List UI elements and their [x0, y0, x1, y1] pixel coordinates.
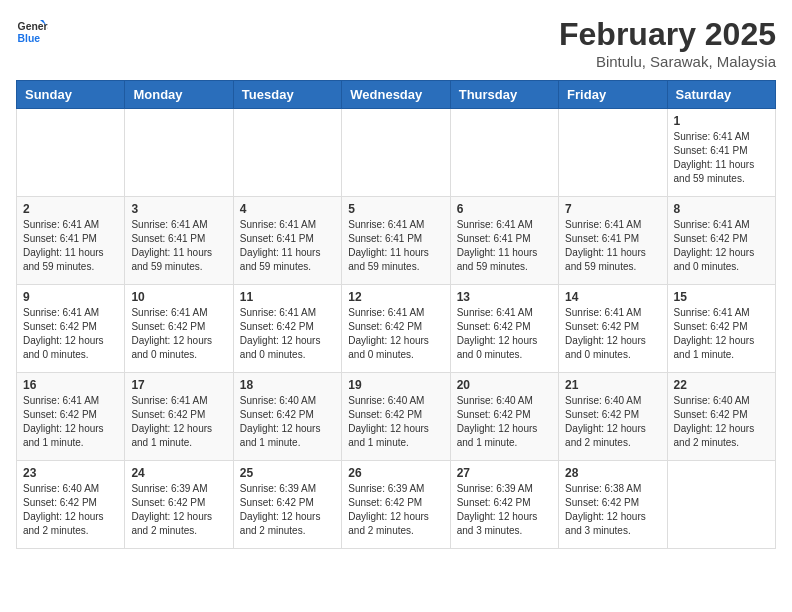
day-number: 13 — [457, 290, 552, 304]
day-cell-3-3: 19Sunrise: 6:40 AM Sunset: 6:42 PM Dayli… — [342, 373, 450, 461]
day-cell-3-4: 20Sunrise: 6:40 AM Sunset: 6:42 PM Dayli… — [450, 373, 558, 461]
day-info: Sunrise: 6:41 AM Sunset: 6:41 PM Dayligh… — [348, 218, 443, 274]
day-cell-1-4: 6Sunrise: 6:41 AM Sunset: 6:41 PM Daylig… — [450, 197, 558, 285]
day-info: Sunrise: 6:41 AM Sunset: 6:42 PM Dayligh… — [23, 394, 118, 450]
day-info: Sunrise: 6:39 AM Sunset: 6:42 PM Dayligh… — [131, 482, 226, 538]
day-info: Sunrise: 6:41 AM Sunset: 6:42 PM Dayligh… — [674, 306, 769, 362]
day-cell-1-6: 8Sunrise: 6:41 AM Sunset: 6:42 PM Daylig… — [667, 197, 775, 285]
day-cell-0-1 — [125, 109, 233, 197]
day-info: Sunrise: 6:41 AM Sunset: 6:42 PM Dayligh… — [240, 306, 335, 362]
svg-text:Blue: Blue — [18, 33, 41, 44]
day-info: Sunrise: 6:41 AM Sunset: 6:42 PM Dayligh… — [457, 306, 552, 362]
day-cell-4-1: 24Sunrise: 6:39 AM Sunset: 6:42 PM Dayli… — [125, 461, 233, 549]
day-number: 8 — [674, 202, 769, 216]
week-row-4: 23Sunrise: 6:40 AM Sunset: 6:42 PM Dayli… — [17, 461, 776, 549]
calendar-subtitle: Bintulu, Sarawak, Malaysia — [559, 53, 776, 70]
day-cell-1-0: 2Sunrise: 6:41 AM Sunset: 6:41 PM Daylig… — [17, 197, 125, 285]
day-info: Sunrise: 6:38 AM Sunset: 6:42 PM Dayligh… — [565, 482, 660, 538]
week-row-2: 9Sunrise: 6:41 AM Sunset: 6:42 PM Daylig… — [17, 285, 776, 373]
logo: General Blue — [16, 16, 48, 48]
day-number: 17 — [131, 378, 226, 392]
day-cell-3-1: 17Sunrise: 6:41 AM Sunset: 6:42 PM Dayli… — [125, 373, 233, 461]
day-number: 20 — [457, 378, 552, 392]
col-saturday: Saturday — [667, 81, 775, 109]
col-sunday: Sunday — [17, 81, 125, 109]
calendar-table: Sunday Monday Tuesday Wednesday Thursday… — [16, 80, 776, 549]
day-number: 10 — [131, 290, 226, 304]
day-number: 23 — [23, 466, 118, 480]
day-cell-2-0: 9Sunrise: 6:41 AM Sunset: 6:42 PM Daylig… — [17, 285, 125, 373]
day-cell-1-2: 4Sunrise: 6:41 AM Sunset: 6:41 PM Daylig… — [233, 197, 341, 285]
day-cell-2-6: 15Sunrise: 6:41 AM Sunset: 6:42 PM Dayli… — [667, 285, 775, 373]
calendar-header-row: Sunday Monday Tuesday Wednesday Thursday… — [17, 81, 776, 109]
day-cell-0-3 — [342, 109, 450, 197]
day-cell-4-4: 27Sunrise: 6:39 AM Sunset: 6:42 PM Dayli… — [450, 461, 558, 549]
day-info: Sunrise: 6:41 AM Sunset: 6:41 PM Dayligh… — [457, 218, 552, 274]
day-number: 12 — [348, 290, 443, 304]
day-cell-4-0: 23Sunrise: 6:40 AM Sunset: 6:42 PM Dayli… — [17, 461, 125, 549]
col-monday: Monday — [125, 81, 233, 109]
day-number: 15 — [674, 290, 769, 304]
day-number: 21 — [565, 378, 660, 392]
day-info: Sunrise: 6:41 AM Sunset: 6:41 PM Dayligh… — [240, 218, 335, 274]
day-info: Sunrise: 6:39 AM Sunset: 6:42 PM Dayligh… — [457, 482, 552, 538]
day-number: 28 — [565, 466, 660, 480]
day-info: Sunrise: 6:40 AM Sunset: 6:42 PM Dayligh… — [348, 394, 443, 450]
day-number: 7 — [565, 202, 660, 216]
logo-icon: General Blue — [16, 16, 48, 48]
day-info: Sunrise: 6:41 AM Sunset: 6:42 PM Dayligh… — [348, 306, 443, 362]
day-cell-3-6: 22Sunrise: 6:40 AM Sunset: 6:42 PM Dayli… — [667, 373, 775, 461]
day-cell-4-3: 26Sunrise: 6:39 AM Sunset: 6:42 PM Dayli… — [342, 461, 450, 549]
day-info: Sunrise: 6:40 AM Sunset: 6:42 PM Dayligh… — [23, 482, 118, 538]
day-cell-4-2: 25Sunrise: 6:39 AM Sunset: 6:42 PM Dayli… — [233, 461, 341, 549]
day-number: 25 — [240, 466, 335, 480]
day-number: 3 — [131, 202, 226, 216]
day-cell-2-1: 10Sunrise: 6:41 AM Sunset: 6:42 PM Dayli… — [125, 285, 233, 373]
col-friday: Friday — [559, 81, 667, 109]
day-number: 18 — [240, 378, 335, 392]
day-cell-2-3: 12Sunrise: 6:41 AM Sunset: 6:42 PM Dayli… — [342, 285, 450, 373]
day-number: 16 — [23, 378, 118, 392]
week-row-0: 1Sunrise: 6:41 AM Sunset: 6:41 PM Daylig… — [17, 109, 776, 197]
day-number: 6 — [457, 202, 552, 216]
day-number: 19 — [348, 378, 443, 392]
day-number: 5 — [348, 202, 443, 216]
day-info: Sunrise: 6:39 AM Sunset: 6:42 PM Dayligh… — [348, 482, 443, 538]
day-cell-2-4: 13Sunrise: 6:41 AM Sunset: 6:42 PM Dayli… — [450, 285, 558, 373]
day-info: Sunrise: 6:41 AM Sunset: 6:42 PM Dayligh… — [131, 394, 226, 450]
day-number: 22 — [674, 378, 769, 392]
day-number: 14 — [565, 290, 660, 304]
day-cell-1-1: 3Sunrise: 6:41 AM Sunset: 6:41 PM Daylig… — [125, 197, 233, 285]
day-info: Sunrise: 6:41 AM Sunset: 6:41 PM Dayligh… — [565, 218, 660, 274]
day-info: Sunrise: 6:41 AM Sunset: 6:42 PM Dayligh… — [131, 306, 226, 362]
day-info: Sunrise: 6:40 AM Sunset: 6:42 PM Dayligh… — [674, 394, 769, 450]
day-cell-0-2 — [233, 109, 341, 197]
day-cell-1-3: 5Sunrise: 6:41 AM Sunset: 6:41 PM Daylig… — [342, 197, 450, 285]
day-cell-2-2: 11Sunrise: 6:41 AM Sunset: 6:42 PM Dayli… — [233, 285, 341, 373]
day-number: 1 — [674, 114, 769, 128]
day-number: 9 — [23, 290, 118, 304]
day-number: 27 — [457, 466, 552, 480]
day-info: Sunrise: 6:40 AM Sunset: 6:42 PM Dayligh… — [565, 394, 660, 450]
day-cell-3-0: 16Sunrise: 6:41 AM Sunset: 6:42 PM Dayli… — [17, 373, 125, 461]
day-info: Sunrise: 6:39 AM Sunset: 6:42 PM Dayligh… — [240, 482, 335, 538]
day-info: Sunrise: 6:41 AM Sunset: 6:42 PM Dayligh… — [565, 306, 660, 362]
day-number: 4 — [240, 202, 335, 216]
day-cell-0-4 — [450, 109, 558, 197]
day-cell-4-5: 28Sunrise: 6:38 AM Sunset: 6:42 PM Dayli… — [559, 461, 667, 549]
day-number: 2 — [23, 202, 118, 216]
week-row-1: 2Sunrise: 6:41 AM Sunset: 6:41 PM Daylig… — [17, 197, 776, 285]
day-cell-3-5: 21Sunrise: 6:40 AM Sunset: 6:42 PM Dayli… — [559, 373, 667, 461]
day-cell-0-5 — [559, 109, 667, 197]
day-cell-4-6 — [667, 461, 775, 549]
day-number: 26 — [348, 466, 443, 480]
col-tuesday: Tuesday — [233, 81, 341, 109]
day-cell-0-6: 1Sunrise: 6:41 AM Sunset: 6:41 PM Daylig… — [667, 109, 775, 197]
title-block: February 2025 Bintulu, Sarawak, Malaysia — [559, 16, 776, 70]
day-number: 24 — [131, 466, 226, 480]
header: General Blue February 2025 Bintulu, Sara… — [16, 16, 776, 70]
day-info: Sunrise: 6:41 AM Sunset: 6:42 PM Dayligh… — [674, 218, 769, 274]
col-wednesday: Wednesday — [342, 81, 450, 109]
calendar-title: February 2025 — [559, 16, 776, 53]
day-cell-1-5: 7Sunrise: 6:41 AM Sunset: 6:41 PM Daylig… — [559, 197, 667, 285]
